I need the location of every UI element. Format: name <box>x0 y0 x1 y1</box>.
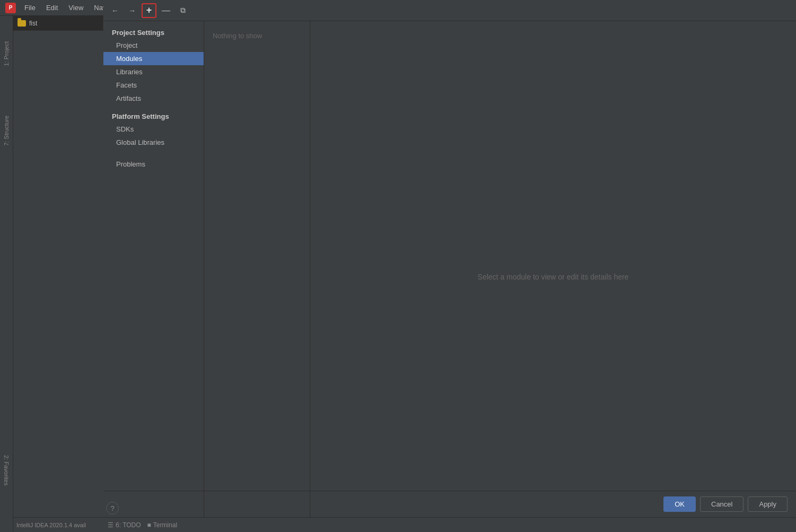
todo-tab[interactable]: ☰ 6: TODO <box>108 521 141 529</box>
bottom-bar: ☰ 6: TODO ■ Terminal <box>103 517 796 532</box>
help-button[interactable]: ? <box>106 502 119 514</box>
dialog-body: Project Settings Project Modules Librari… <box>103 21 796 532</box>
forward-button[interactable]: → <box>125 3 139 18</box>
dialog-actions: OK Cancel Apply <box>103 491 796 517</box>
todo-icon: ☰ <box>108 521 113 529</box>
module-detail: Select a module to view or edit its deta… <box>310 21 796 532</box>
project-name: fist <box>29 20 37 27</box>
cancel-button[interactable]: Cancel <box>700 496 743 512</box>
menu-edit[interactable]: Edit <box>42 3 62 13</box>
menu-file[interactable]: File <box>20 3 40 13</box>
terminal-tab[interactable]: ■ Terminal <box>147 521 178 529</box>
platform-settings-header: Platform Settings <box>103 109 204 123</box>
apply-button[interactable]: Apply <box>748 496 788 512</box>
project-settings-header: Project Settings <box>103 25 204 39</box>
project-structure-dialog: ← → + — ⧉ Project Settings Project Modul… <box>103 0 796 532</box>
settings-item-artifacts[interactable]: Artifacts <box>103 92 204 105</box>
settings-item-global-libraries[interactable]: Global Libraries <box>103 136 204 149</box>
todo-label: 6: TODO <box>116 521 141 529</box>
terminal-label: Terminal <box>153 521 177 529</box>
remove-button[interactable]: — <box>159 3 173 18</box>
copy-button[interactable]: ⧉ <box>176 3 190 18</box>
select-module-hint: Select a module to view or edit its deta… <box>478 273 629 281</box>
favorites-tab[interactable]: 2: Favorites <box>1 451 12 490</box>
terminal-icon: ■ <box>147 521 151 529</box>
project-tab[interactable]: 1: Project <box>1 37 12 70</box>
project-header: fist <box>13 16 103 31</box>
settings-item-project[interactable]: Project <box>103 39 204 52</box>
ok-button[interactable]: OK <box>663 496 696 512</box>
settings-item-facets[interactable]: Facets <box>103 79 204 92</box>
menu-bar: File Edit View Navig <box>20 3 116 13</box>
back-button[interactable]: ← <box>108 3 123 18</box>
add-button[interactable]: + <box>142 3 156 18</box>
content-area: Nothing to show Select a module to view … <box>204 21 796 532</box>
settings-item-libraries[interactable]: Libraries <box>103 65 204 79</box>
folder-icon <box>18 20 26 27</box>
menu-view[interactable]: View <box>64 3 88 13</box>
settings-item-problems[interactable]: Problems <box>103 158 204 171</box>
project-status-bar: IntelliJ IDEA 2020.1.4 avail <box>13 517 103 532</box>
dialog-toolbar: ← → + — ⧉ <box>103 0 796 21</box>
app-logo: P <box>5 3 16 13</box>
ide-status: IntelliJ IDEA 2020.1.4 avail <box>16 522 86 528</box>
module-list: Nothing to show <box>204 21 310 532</box>
side-tabs: 1: Project 7: Structure 2: Favorites <box>0 16 13 532</box>
nothing-to-show-label: Nothing to show <box>204 25 310 46</box>
settings-nav: Project Settings Project Modules Librari… <box>103 21 204 532</box>
structure-tab[interactable]: 7: Structure <box>1 111 12 150</box>
settings-item-modules[interactable]: Modules <box>103 52 204 65</box>
settings-item-sdks[interactable]: SDKs <box>103 123 204 136</box>
